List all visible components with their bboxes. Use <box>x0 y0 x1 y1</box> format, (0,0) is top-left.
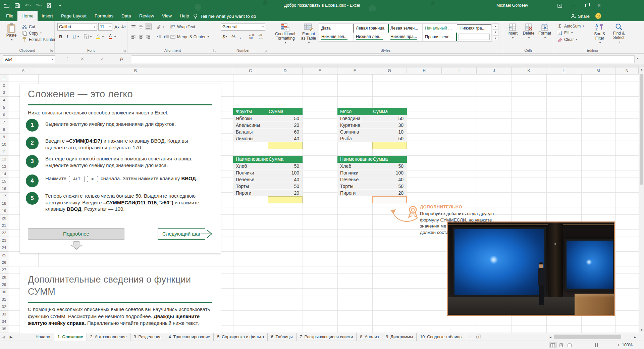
column-header-D[interactable]: D <box>268 67 303 74</box>
row-header-23[interactable]: 23 <box>0 237 8 244</box>
row-header-21[interactable]: 21 <box>0 222 8 230</box>
row-header-34[interactable]: 34 <box>0 318 8 326</box>
gallery-scroll-down-icon[interactable]: ▼ <box>493 29 498 35</box>
cell-style-chip[interactable]: Дата <box>319 24 354 33</box>
ribbon-tab-help[interactable]: Help <box>176 11 193 21</box>
percent-format-icon[interactable]: % <box>230 33 237 40</box>
result-cell-yellow[interactable] <box>268 142 303 149</box>
font-size-combo[interactable]: 11▾ <box>98 23 112 31</box>
sheet-tab-начало[interactable]: Начало <box>32 333 54 341</box>
column-header-G[interactable]: G <box>372 67 407 74</box>
minimize-button[interactable]: — <box>568 0 579 11</box>
column-header-I[interactable]: I <box>442 67 477 74</box>
row-header-22[interactable]: 22 <box>0 230 8 237</box>
ribbon-tab-view[interactable]: View <box>158 11 176 21</box>
gallery-scroll-up-icon[interactable]: ▲ <box>493 23 498 29</box>
row-header-27[interactable]: 27 <box>0 266 8 274</box>
align-bottom-icon[interactable] <box>145 23 152 30</box>
row-header-3[interactable]: 3 <box>0 89 8 97</box>
decrease-indent-icon[interactable] <box>156 34 162 40</box>
format-cells-button[interactable]: Format▾ <box>537 23 552 40</box>
row-header-2[interactable]: 2 <box>0 82 8 89</box>
column-header-N[interactable]: N <box>615 67 639 74</box>
number-format-combo[interactable]: General▾ <box>221 23 265 31</box>
vertical-scrollbar[interactable]: ▲ ▼ <box>639 67 644 333</box>
sheet-tab-5-сортировка-и-фильтр[interactable]: 5. Сортировка и фильтр <box>214 333 267 341</box>
cell-style-chip[interactable]: Левая граница <box>354 24 388 33</box>
sort-filter-button[interactable]: AZ Sort & Filter▾ <box>591 23 608 45</box>
restore-button[interactable] <box>581 0 592 11</box>
zoom-in-icon[interactable]: + <box>617 342 620 348</box>
row-header-12[interactable]: 12 <box>0 156 8 163</box>
formula-bar-expand-icon[interactable]: ▾ <box>637 57 638 60</box>
increase-decimal-icon[interactable]: ←.0.00 <box>247 33 256 40</box>
column-header-A[interactable]: A <box>8 67 38 74</box>
column-header-E[interactable]: E <box>303 67 337 74</box>
print-preview-icon[interactable] <box>46 3 52 9</box>
cell-style-chip[interactable]: Нижняя гра... <box>457 24 492 33</box>
align-right-icon[interactable] <box>145 34 152 40</box>
row-header-5[interactable]: 5 <box>0 104 8 111</box>
close-button[interactable]: ✕ <box>593 0 605 11</box>
sheet-tab-4-транспонирование[interactable]: 4. Транспонирование <box>165 333 214 341</box>
feedback-smiley-icon[interactable] <box>595 13 601 20</box>
row-header-33[interactable]: 33 <box>0 311 8 318</box>
gallery-more-icon[interactable]: ▼ <box>493 35 498 41</box>
row-header-32[interactable]: 32 <box>0 303 8 311</box>
comma-format-icon[interactable]: , <box>237 33 244 40</box>
vscroll-down-icon[interactable]: ▼ <box>639 328 644 333</box>
worksheet-area[interactable]: 1234567891011121314151617181920212223242… <box>0 74 639 333</box>
sheet-tab-7-раскрывающиеся-списки[interactable]: 7. Раскрывающиеся списки <box>297 333 357 341</box>
row-header-25[interactable]: 25 <box>0 252 8 259</box>
cell-style-chip[interactable]: Нижняя лев... <box>354 33 388 41</box>
font-family-combo[interactable]: Calibri▾ <box>57 23 97 31</box>
column-header-J[interactable]: J <box>477 67 512 74</box>
tell-me-box[interactable]: Tell me what you want to do <box>193 11 256 21</box>
decrease-font-icon[interactable]: A▼ <box>120 23 127 30</box>
ribbon-tab-data[interactable]: Data <box>117 11 135 21</box>
row-header-14[interactable]: 14 <box>0 170 8 178</box>
font-color-button[interactable]: A <box>107 33 114 40</box>
cut-button[interactable]: Cut <box>21 24 35 30</box>
row-header-16[interactable]: 16 <box>0 185 8 193</box>
fill-color-dropdown-icon[interactable]: ▾ <box>101 33 105 40</box>
sheet-tab-1-сложение[interactable]: 1. Сложение <box>54 333 87 341</box>
more-details-button[interactable]: Подробнее <box>28 228 124 240</box>
ribbon-tab-formulas[interactable]: Formulas <box>91 11 117 21</box>
increase-indent-icon[interactable] <box>163 34 170 40</box>
borders-dropdown-icon[interactable]: ▾ <box>89 33 93 40</box>
column-header-B[interactable]: B <box>38 67 233 74</box>
column-header-K[interactable]: K <box>512 67 546 74</box>
column-header-H[interactable]: H <box>407 67 442 74</box>
video-player[interactable] <box>447 221 615 316</box>
find-select-button[interactable]: Find & Select▾ <box>610 23 628 44</box>
underline-dropdown-icon[interactable]: ▾ <box>76 33 80 40</box>
align-top-icon[interactable] <box>130 23 137 30</box>
row-header-24[interactable]: 24 <box>0 244 8 252</box>
sheet-tab-6-таблицы[interactable]: 6. Таблицы <box>268 333 297 341</box>
row-header-19[interactable]: 19 <box>0 207 8 215</box>
next-step-button[interactable]: Следующий шаг <box>158 228 205 240</box>
align-middle-icon[interactable] <box>138 23 144 30</box>
row-header-6[interactable]: 6 <box>0 111 8 119</box>
ribbon-tab-review[interactable]: Review <box>135 11 158 21</box>
row-header-9[interactable]: 9 <box>0 134 8 141</box>
new-sheet-button[interactable]: + <box>475 333 482 341</box>
page-break-view-icon[interactable] <box>566 342 574 348</box>
row-header-15[interactable]: 15 <box>0 178 8 185</box>
ribbon-tab-page-layout[interactable]: Page Layout <box>57 11 91 21</box>
number-dialog-launcher-icon[interactable] <box>264 49 267 52</box>
row-header-13[interactable]: 13 <box>0 163 8 170</box>
format-as-table-button[interactable]: Format as Table▾ <box>300 23 317 45</box>
delete-cells-button[interactable]: Delete▾ <box>521 23 536 40</box>
qat-customize-icon[interactable]: ▾— <box>57 3 63 9</box>
insert-function-icon[interactable]: fx <box>120 56 123 61</box>
vscroll-thumb[interactable] <box>640 74 643 185</box>
ribbon-display-options-icon[interactable] <box>554 0 566 11</box>
tab-scroll-right-icon[interactable]: ▶ <box>7 333 15 341</box>
paste-button[interactable]: Paste▾ <box>3 23 19 42</box>
row-header-7[interactable]: 7 <box>0 119 8 126</box>
share-button[interactable]: Share <box>571 11 590 21</box>
cell-style-chip[interactable]: Начальный ... <box>423 24 457 33</box>
row-header-10[interactable]: 10 <box>0 141 8 148</box>
